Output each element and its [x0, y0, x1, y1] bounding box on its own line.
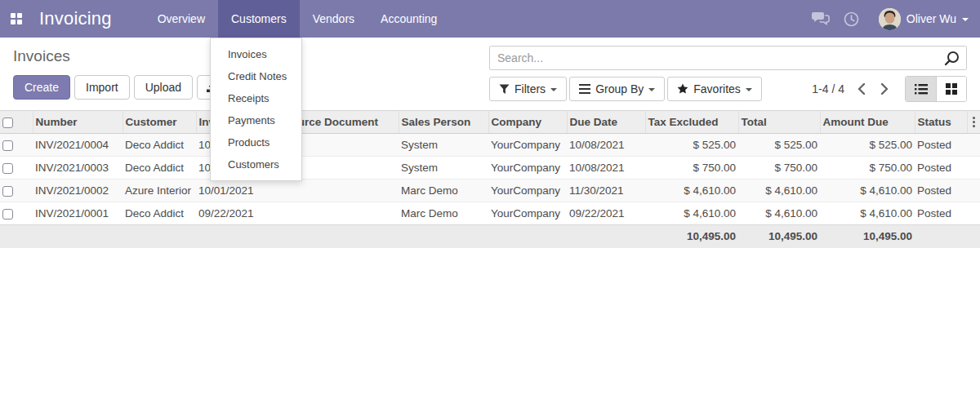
- menu-item-receipts[interactable]: Receipts: [211, 87, 301, 109]
- kanban-view-button[interactable]: [936, 77, 966, 101]
- row-select-cell: [0, 180, 33, 202]
- col-header-customer[interactable]: Customer: [122, 111, 196, 134]
- cell-end-spacer: [967, 180, 980, 202]
- cell-amount-due: $ 4,610.00: [820, 180, 915, 202]
- col-header-tax-excluded[interactable]: Tax Excluded: [645, 111, 738, 134]
- col-header-status[interactable]: Status: [915, 111, 967, 134]
- table-row[interactable]: INV/2021/0003Deco Addict10/08/2021System…: [0, 157, 980, 180]
- filters-label: Filters: [514, 82, 546, 95]
- nav-item-overview[interactable]: Overview: [145, 0, 218, 38]
- col-header-total[interactable]: Total: [738, 111, 820, 134]
- totals-total: 10,495.00: [738, 225, 820, 248]
- cell-due-date: 10/08/2021: [567, 157, 645, 180]
- cell-total: $ 525.00: [738, 134, 820, 157]
- row-select-cell: [0, 202, 33, 225]
- cell-sales-person: System: [399, 134, 488, 157]
- control-panel: Invoices Create Import Upload: [0, 38, 980, 109]
- totals-end-spacer: [967, 225, 980, 248]
- user-menu[interactable]: Oliver Wu: [879, 8, 969, 30]
- menu-item-payments[interactable]: Payments: [211, 109, 301, 131]
- cell-tax-excluded: $ 750.00: [645, 157, 738, 180]
- messages-icon[interactable]: [805, 11, 836, 26]
- user-name: Oliver Wu: [906, 12, 956, 25]
- menu-item-customers[interactable]: Customers: [211, 153, 301, 175]
- col-header-amount-due[interactable]: Amount Due: [820, 111, 915, 134]
- activities-clock-icon[interactable]: [836, 11, 867, 27]
- col-header-due-date[interactable]: Due Date: [567, 111, 645, 134]
- group-by-label: Group By: [595, 82, 644, 95]
- cell-amount-due: $ 750.00: [820, 157, 915, 180]
- cell-customer: Azure Interior: [122, 180, 196, 202]
- pager-previous-icon[interactable]: [856, 83, 867, 95]
- select-all-header: [0, 111, 33, 134]
- row-checkbox[interactable]: [2, 140, 13, 151]
- cell-source-document: [281, 202, 399, 225]
- apps-menu-button[interactable]: [0, 0, 33, 38]
- optional-columns-header: [967, 111, 980, 134]
- nav-item-accounting[interactable]: Accounting: [368, 0, 450, 38]
- cell-sales-person: Marc Demo: [399, 202, 488, 225]
- cell-amount-due: $ 525.00: [820, 134, 915, 157]
- list-view-icon: [915, 84, 928, 95]
- cell-number: INV/2021/0002: [33, 180, 122, 202]
- nav-item-customers[interactable]: Customers: [218, 0, 300, 38]
- cell-end-spacer: [967, 157, 980, 180]
- cell-status: Posted: [915, 157, 967, 180]
- col-header-number[interactable]: Number: [33, 111, 122, 134]
- row-checkbox[interactable]: [2, 163, 13, 174]
- upload-button[interactable]: Upload: [134, 75, 193, 100]
- invoices-table: Number Customer Invoice Date Source Docu…: [0, 110, 980, 248]
- list-view-button[interactable]: [906, 77, 936, 101]
- menu-item-invoices[interactable]: Invoices: [211, 43, 301, 65]
- cell-tax-excluded: $ 4,610.00: [645, 180, 738, 202]
- cell-source-document: [281, 180, 399, 202]
- bars-icon: [579, 84, 590, 94]
- cell-status: Posted: [915, 180, 967, 202]
- cell-company: YourCompany: [488, 134, 567, 157]
- pager-next-icon[interactable]: [879, 83, 890, 95]
- cell-customer: Deco Addict: [122, 157, 196, 180]
- cell-sales-person: System: [399, 157, 488, 180]
- cell-status: Posted: [915, 134, 967, 157]
- group-by-button[interactable]: Group By: [569, 77, 665, 101]
- filters-button[interactable]: Filters: [489, 77, 567, 101]
- row-checkbox[interactable]: [2, 186, 13, 197]
- breadcrumb-title: Invoices: [13, 47, 227, 65]
- filter-group: Filters Group By Favorites: [489, 77, 762, 101]
- user-caret-icon: [962, 18, 969, 21]
- import-button[interactable]: Import: [74, 75, 130, 100]
- favorites-button[interactable]: Favorites: [667, 77, 762, 101]
- table-row[interactable]: INV/2021/0004Deco Addict10/08/2021System…: [0, 134, 980, 157]
- create-button[interactable]: Create: [13, 75, 70, 100]
- cell-amount-due: $ 4,610.00: [820, 202, 915, 225]
- search-box: [489, 46, 967, 70]
- totals-row: 10,495.00 10,495.00 10,495.00: [0, 225, 980, 248]
- search-icon[interactable]: [944, 51, 960, 66]
- pager: 1-4 / 4: [812, 82, 890, 95]
- cell-due-date: 09/22/2021: [567, 202, 645, 225]
- menu-item-products[interactable]: Products: [211, 131, 301, 153]
- kanban-view-icon: [946, 83, 957, 95]
- nav-right: Oliver Wu: [805, 0, 980, 38]
- cell-tax-excluded: $ 525.00: [645, 134, 738, 157]
- row-checkbox[interactable]: [2, 209, 13, 220]
- action-buttons: Create Import Upload: [13, 75, 227, 100]
- table-row[interactable]: INV/2021/0001Deco Addict09/22/2021Marc D…: [0, 202, 980, 225]
- filter-row: Filters Group By Favorites 1-4 / 4: [489, 76, 967, 102]
- funnel-icon: [499, 84, 510, 95]
- cell-due-date: 10/08/2021: [567, 134, 645, 157]
- col-header-sales-person[interactable]: Sales Person: [399, 111, 488, 134]
- menu-item-credit-notes[interactable]: Credit Notes: [211, 65, 301, 87]
- group-by-caret-icon: [648, 88, 655, 91]
- optional-columns-toggle-icon[interactable]: [970, 117, 978, 127]
- select-all-checkbox[interactable]: [2, 118, 13, 128]
- nav-spacer: [450, 0, 804, 38]
- totals-spacer: [0, 225, 645, 248]
- nav-item-vendors[interactable]: Vendors: [300, 0, 368, 38]
- cell-sales-person: Marc Demo: [399, 180, 488, 202]
- cell-company: YourCompany: [488, 180, 567, 202]
- col-header-company[interactable]: Company: [488, 111, 567, 134]
- search-input[interactable]: [490, 47, 966, 69]
- user-avatar: [879, 8, 901, 30]
- table-row[interactable]: INV/2021/0002Azure Interior10/01/2021Mar…: [0, 180, 980, 202]
